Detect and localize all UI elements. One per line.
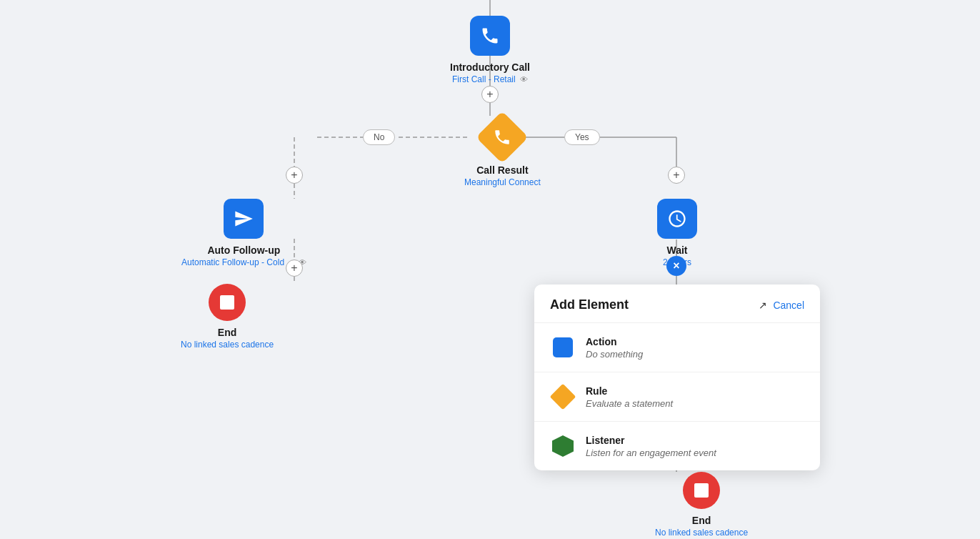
end-left-label: End bbox=[218, 327, 236, 338]
close-add-element-btn[interactable]: × bbox=[666, 256, 686, 276]
panel-title: Add Element bbox=[550, 297, 629, 312]
end-right-sublabel: No linked sales cadence bbox=[655, 528, 748, 538]
no-branch-label: No bbox=[363, 129, 395, 145]
x-icon: × bbox=[673, 259, 679, 272]
panel-header: Add Element ↗ Cancel bbox=[534, 285, 820, 323]
listener-name: Listener bbox=[586, 435, 716, 446]
plus-icon-3: + bbox=[673, 169, 679, 182]
action-square-icon bbox=[553, 337, 573, 357]
add-left-branch-btn[interactable]: + bbox=[286, 167, 303, 184]
action-desc: Do something bbox=[586, 349, 643, 360]
listener-hex-icon bbox=[552, 435, 574, 457]
listener-desc: Listen for an engagement event bbox=[586, 447, 716, 458]
auto-followup-icon bbox=[224, 199, 264, 239]
listener-text: Listener Listen for an engagement event bbox=[586, 435, 716, 458]
cursor-icon: ↗ bbox=[759, 300, 767, 311]
action-item[interactable]: Action Do something bbox=[534, 323, 820, 372]
rule-desc: Evaluate a statement bbox=[586, 398, 673, 409]
action-name: Action bbox=[586, 336, 643, 347]
listener-item[interactable]: Listener Listen for an engagement event bbox=[534, 422, 820, 470]
call-result-sublabel: Meaningful Connect bbox=[464, 177, 541, 187]
workflow-canvas: Introductory Call First Call - Retail 👁 … bbox=[0, 0, 980, 539]
action-icon-container bbox=[550, 335, 576, 360]
end-left-node[interactable]: End No linked sales cadence bbox=[181, 284, 274, 350]
add-after-intro-btn[interactable]: + bbox=[481, 86, 499, 103]
end-right-icon bbox=[683, 472, 720, 509]
call-result-node[interactable]: Call Result Meaningful Connect bbox=[464, 116, 541, 187]
eye-icon: 👁 bbox=[520, 75, 528, 84]
wait-icon bbox=[657, 199, 697, 239]
add-element-panel: Add Element ↗ Cancel Action Do something bbox=[534, 285, 820, 470]
introductory-call-label: Introductory Call bbox=[450, 61, 530, 73]
add-below-autofollowup-btn[interactable]: + bbox=[286, 259, 303, 277]
add-right-branch-btn[interactable]: + bbox=[668, 167, 685, 184]
end-right-node[interactable]: End No linked sales cadence bbox=[655, 472, 748, 538]
rule-diamond-icon bbox=[550, 384, 576, 410]
introductory-call-node[interactable]: Introductory Call First Call - Retail 👁 bbox=[450, 16, 530, 84]
plus-icon-2: + bbox=[291, 169, 297, 182]
action-text: Action Do something bbox=[586, 336, 643, 360]
plus-icon: + bbox=[486, 88, 493, 101]
wait-label: Wait bbox=[666, 244, 687, 256]
phone-icon bbox=[470, 16, 510, 56]
rule-item[interactable]: Rule Evaluate a statement bbox=[534, 372, 820, 422]
rule-text: Rule Evaluate a statement bbox=[586, 385, 673, 409]
rule-name: Rule bbox=[586, 385, 673, 397]
auto-followup-label: Auto Follow-up bbox=[207, 244, 280, 256]
yes-branch-label: Yes bbox=[564, 129, 600, 145]
rule-icon-container bbox=[550, 384, 576, 410]
plus-icon-4: + bbox=[291, 262, 297, 275]
auto-followup-node[interactable]: Auto Follow-up Automatic Follow-up - Col… bbox=[181, 199, 306, 267]
end-left-icon bbox=[209, 284, 246, 321]
call-result-label: Call Result bbox=[476, 164, 528, 176]
end-left-sublabel: No linked sales cadence bbox=[181, 340, 274, 350]
introductory-call-sublabel: First Call - Retail 👁 bbox=[452, 74, 528, 84]
cancel-button[interactable]: Cancel bbox=[773, 300, 804, 311]
listener-icon-container bbox=[550, 433, 576, 459]
end-right-label: End bbox=[692, 515, 711, 526]
